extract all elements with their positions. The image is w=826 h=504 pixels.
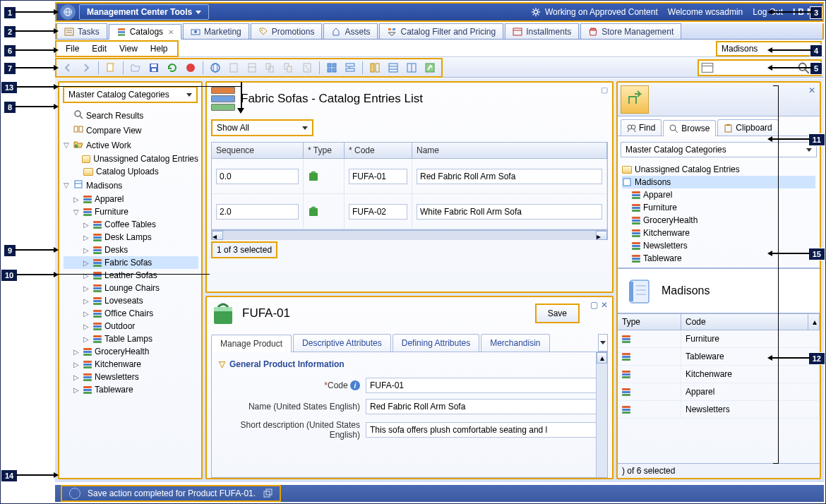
tab-marketing[interactable]: Marketing: [183, 23, 249, 39]
show-utility-pane-button[interactable]: [422, 60, 438, 76]
minimize-icon[interactable]: ▢: [590, 300, 598, 310]
tree-madisons[interactable]: ▽Madisons: [64, 178, 198, 193]
tree-loveseats[interactable]: ▷Loveseats: [64, 294, 198, 307]
util-col-type[interactable]: Type: [618, 314, 681, 330]
editor-save-button[interactable]: Save: [535, 304, 580, 323]
open-button[interactable]: [128, 60, 143, 76]
new-button[interactable]: [103, 60, 119, 76]
tree-office-chairs[interactable]: ▷Office Chairs: [64, 307, 198, 320]
short-desc-field[interactable]: [366, 422, 600, 438]
util-tree-madisons[interactable]: Madisons: [622, 176, 815, 188]
tree-furniture[interactable]: ▽Furniture: [64, 205, 198, 218]
menu-view[interactable]: View: [114, 42, 143, 55]
list-panel-controls[interactable]: ▢: [601, 85, 608, 95]
tree-groceryhealth[interactable]: ▷GroceryHealth: [64, 345, 198, 358]
util-tree-newsletters[interactable]: Newsletters: [622, 239, 815, 252]
util-tree-kitchenware[interactable]: Kitchenware: [622, 227, 815, 239]
tree-newsletters[interactable]: ▷Newsletters: [64, 371, 198, 383]
search-go-button[interactable]: [797, 61, 810, 74]
show-utilities-button[interactable]: [367, 60, 383, 76]
grid-row[interactable]: [212, 159, 607, 194]
editor-tab-descriptive-attrs[interactable]: Descriptive Attributes: [293, 334, 391, 352]
menu-help[interactable]: Help: [145, 42, 174, 55]
tool-1[interactable]: [226, 60, 241, 76]
close-icon[interactable]: ✕: [601, 300, 608, 310]
logout-link[interactable]: Log Out: [753, 7, 783, 17]
tree-kitchenware[interactable]: ▷Kitchenware: [64, 358, 198, 371]
search-type-icon[interactable]: [701, 61, 714, 74]
col-sequence[interactable]: Sequence: [212, 143, 304, 158]
tree-desk-lamps[interactable]: ▷Desk Lamps: [64, 231, 198, 244]
col-code[interactable]: * Code: [345, 143, 412, 158]
name-field[interactable]: [366, 399, 600, 414]
back-button[interactable]: [60, 60, 76, 76]
tab-installments[interactable]: Installments: [505, 23, 579, 39]
sequence-input[interactable]: [216, 169, 299, 184]
popout-icon[interactable]: [263, 488, 273, 498]
app-globe-icon[interactable]: [60, 4, 76, 20]
management-center-tools-menu[interactable]: Management Center Tools: [79, 4, 209, 20]
tab-assets[interactable]: Assets: [323, 23, 378, 39]
utility-tab-browse[interactable]: Browse: [663, 120, 716, 136]
util-col-code[interactable]: Code: [681, 314, 808, 330]
util-tree-tableware[interactable]: Tableware: [622, 252, 815, 265]
tab-promotions[interactable]: Promotions: [251, 23, 323, 39]
tree-compare-view[interactable]: Compare View: [64, 123, 198, 138]
util-grid-row[interactable]: Newsletters: [618, 401, 820, 419]
utility-tab-clipboard[interactable]: Clipboard: [717, 119, 778, 136]
stop-button[interactable]: [183, 60, 198, 76]
search-input[interactable]: [717, 63, 794, 73]
util-tree-groceryhealth[interactable]: GroceryHealth: [622, 214, 815, 227]
tree-coffee-tables[interactable]: ▷Coffee Tables: [64, 218, 198, 231]
tree-unassigned[interactable]: Unassigned Catalog Entries: [64, 152, 198, 165]
tab-overflow-button[interactable]: [598, 334, 608, 352]
general-info-section[interactable]: ▽General Product Information: [219, 356, 600, 372]
show-props-button[interactable]: [404, 60, 419, 76]
explorer-filter-select[interactable]: Master Catalog Categories: [63, 86, 198, 103]
select-all-button[interactable]: [324, 60, 340, 76]
workspace-status[interactable]: Working on Approved Content: [531, 7, 658, 17]
util-tree-unassigned[interactable]: Unassigned Catalog Entries: [622, 163, 815, 176]
close-tab-icon[interactable]: ✕: [168, 28, 174, 36]
code-field[interactable]: [366, 378, 600, 393]
close-icon[interactable]: ✕: [808, 85, 815, 95]
grid-row[interactable]: [212, 194, 607, 229]
utility-tab-find[interactable]: Find: [621, 119, 662, 136]
menu-file[interactable]: File: [60, 42, 85, 55]
tree-search-results[interactable]: Search Results: [64, 108, 198, 123]
show-list-button[interactable]: [385, 60, 401, 76]
tool-3[interactable]: [263, 60, 278, 76]
tree-catalog-uploads[interactable]: Catalog Uploads: [64, 165, 198, 178]
delete-button[interactable]: [299, 60, 315, 76]
name-input[interactable]: [417, 169, 602, 184]
tree-tableware[interactable]: ▷Tableware: [64, 383, 198, 396]
tree-outdoor[interactable]: ▷Outdoor: [64, 320, 198, 332]
name-input[interactable]: [417, 204, 602, 220]
editor-tab-manage-product[interactable]: Manage Product: [211, 335, 292, 352]
tab-store-mgmt[interactable]: Store Management: [580, 23, 681, 39]
tree-leather-sofas[interactable]: ▷Leather Sofas: [64, 269, 198, 282]
col-name[interactable]: Name: [412, 143, 607, 158]
search-options-caret[interactable]: [813, 66, 818, 69]
util-grid-row[interactable]: Kitchenware: [618, 366, 820, 383]
tree-desks[interactable]: ▷Desks: [64, 244, 198, 256]
utility-filter-select[interactable]: Master Catalog Categories: [621, 142, 817, 157]
find-replace-button[interactable]: [342, 60, 358, 76]
tab-catalog-filter[interactable]: Catalog Filter and Pricing: [379, 23, 503, 39]
util-grid-row[interactable]: Apparel: [618, 383, 820, 401]
util-grid-row[interactable]: Furniture: [618, 330, 820, 348]
store-selector[interactable]: Madisons: [716, 41, 822, 56]
preview-button[interactable]: [208, 60, 223, 76]
refresh-button[interactable]: [164, 60, 180, 76]
tool-2[interactable]: [244, 60, 260, 76]
menu-edit[interactable]: Edit: [86, 42, 112, 55]
editor-tab-defining-attrs[interactable]: Defining Attributes: [393, 334, 479, 352]
util-tree-furniture[interactable]: Furniture: [622, 201, 815, 214]
tree-fabric-sofas[interactable]: ▷Fabric Sofas: [64, 256, 198, 269]
tree-lounge-chairs[interactable]: ▷Lounge Chairs: [64, 282, 198, 294]
col-type[interactable]: * Type: [304, 143, 345, 158]
sequence-input[interactable]: [216, 204, 299, 220]
list-filter-dropdown[interactable]: Show All: [211, 119, 313, 136]
editor-tab-merchandising[interactable]: Merchandisin: [481, 334, 549, 352]
save-button[interactable]: [146, 60, 162, 76]
